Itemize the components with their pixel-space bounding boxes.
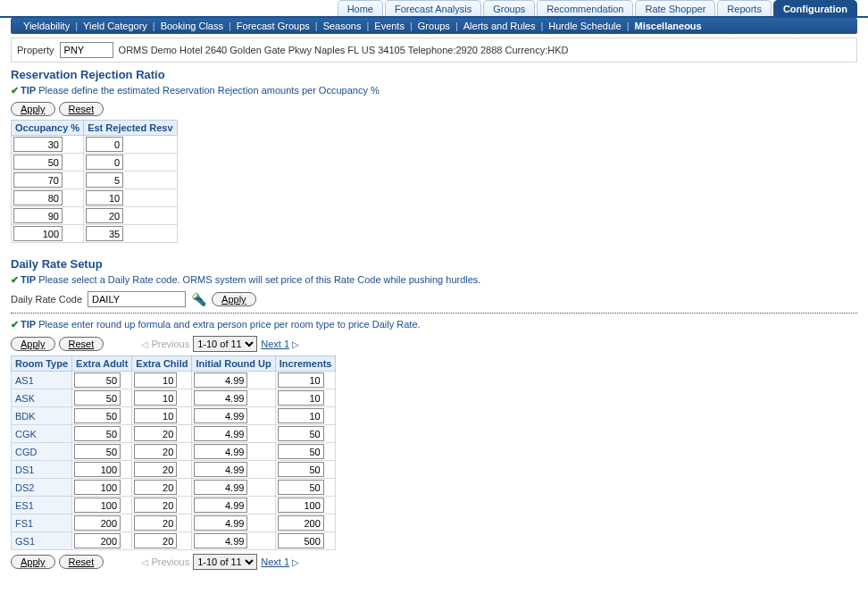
increments-input[interactable] bbox=[278, 444, 324, 459]
subnav-yield-category[interactable]: Yield Category bbox=[78, 21, 153, 31]
daily-rate-row: BDK bbox=[12, 407, 336, 425]
rate-code-input[interactable] bbox=[88, 291, 186, 307]
subnav-alerts-and-rules[interactable]: Alerts and Rules bbox=[458, 21, 541, 31]
extra-adult-input[interactable] bbox=[74, 408, 121, 423]
extra-adult-input[interactable] bbox=[74, 372, 121, 388]
extra-child-input[interactable] bbox=[134, 480, 177, 495]
extra-child-input[interactable] bbox=[134, 444, 177, 459]
extra-adult-input[interactable] bbox=[74, 444, 121, 459]
rate-code-apply-button[interactable]: Apply bbox=[212, 292, 256, 306]
subnav-yieldability[interactable]: Yieldability bbox=[18, 21, 75, 31]
increments-input[interactable] bbox=[278, 462, 324, 477]
subnav-hurdle-schedule[interactable]: Hurdle Schedule bbox=[543, 21, 626, 31]
extra-adult-input[interactable] bbox=[74, 462, 121, 477]
subnav-seasons[interactable]: Seasons bbox=[318, 21, 367, 31]
increments-input[interactable] bbox=[278, 498, 324, 513]
round-up-input[interactable] bbox=[194, 498, 247, 513]
daily-rate-row: FS1 bbox=[12, 515, 336, 532]
daily-rate-row: GS1 bbox=[12, 532, 336, 550]
extra-adult-input[interactable] bbox=[74, 426, 121, 441]
rejected-resv-input[interactable] bbox=[86, 172, 123, 188]
increments-input[interactable] bbox=[278, 390, 324, 406]
rejected-resv-input[interactable] bbox=[86, 208, 123, 223]
increments-input[interactable] bbox=[278, 426, 324, 441]
subnav-events[interactable]: Events bbox=[369, 21, 410, 31]
round-up-input[interactable] bbox=[194, 462, 247, 477]
round-up-input[interactable] bbox=[194, 480, 247, 495]
extra-adult-input[interactable] bbox=[74, 533, 121, 548]
increments-input[interactable] bbox=[278, 372, 324, 388]
extra-child-input[interactable] bbox=[134, 515, 177, 531]
tab-forecast-analysis[interactable]: Forecast Analysis bbox=[385, 0, 481, 16]
tab-rate-shopper[interactable]: Rate Shopper bbox=[635, 0, 715, 16]
round-up-input[interactable] bbox=[194, 390, 247, 406]
occupancy-input[interactable] bbox=[13, 155, 63, 170]
occupancy-input[interactable] bbox=[13, 190, 63, 205]
extra-child-input[interactable] bbox=[134, 462, 177, 477]
occupancy-input[interactable] bbox=[13, 137, 63, 152]
rejected-resv-input[interactable] bbox=[86, 190, 123, 205]
extra-child-input[interactable] bbox=[134, 498, 177, 513]
extra-adult-input[interactable] bbox=[74, 480, 121, 495]
pager-next-bottom[interactable]: Next 1▷ bbox=[261, 556, 299, 567]
round-up-input[interactable] bbox=[194, 372, 247, 388]
daily-reset-bottom-button[interactable]: Reset bbox=[59, 555, 104, 569]
extra-adult-input[interactable] bbox=[74, 390, 121, 406]
pager-range-top[interactable]: 1-10 of 11 bbox=[193, 336, 257, 352]
rejection-reset-button[interactable]: Reset bbox=[59, 102, 104, 116]
room-type-cell: ES1 bbox=[12, 497, 72, 515]
pager-range-bottom[interactable]: 1-10 of 11 bbox=[193, 554, 257, 570]
daily-apply-bottom-button[interactable]: Apply bbox=[11, 555, 55, 569]
rejection-row bbox=[12, 172, 178, 189]
extra-child-input[interactable] bbox=[134, 408, 177, 423]
room-type-cell: GS1 bbox=[12, 532, 72, 550]
rejection-row bbox=[12, 207, 178, 225]
round-up-input[interactable] bbox=[194, 515, 247, 531]
rejected-resv-input[interactable] bbox=[86, 155, 123, 170]
round-up-input[interactable] bbox=[194, 426, 247, 441]
subnav-miscellaneous[interactable]: Miscellaneous bbox=[630, 21, 707, 31]
rejection-row bbox=[12, 189, 178, 207]
increments-input[interactable] bbox=[278, 515, 324, 531]
occupancy-input[interactable] bbox=[13, 172, 63, 188]
rejection-col-rejected: Est Rejected Resv bbox=[84, 121, 177, 136]
daily-bottom-controls: Apply Reset ◁Previous 1-10 of 11 Next 1▷ bbox=[11, 554, 299, 570]
daily-reset-top-button[interactable]: Reset bbox=[59, 337, 104, 351]
extra-adult-input[interactable] bbox=[74, 515, 121, 531]
tab-reports[interactable]: Reports bbox=[717, 0, 772, 16]
daily-rate-row: CGD bbox=[12, 443, 336, 461]
lookup-icon[interactable]: 🔦 bbox=[191, 292, 206, 306]
subnav-booking-class[interactable]: Booking Class bbox=[155, 21, 229, 31]
rejection-apply-button[interactable]: Apply bbox=[11, 102, 55, 116]
tab-home[interactable]: Home bbox=[338, 0, 383, 16]
subnav-groups[interactable]: Groups bbox=[413, 21, 455, 31]
round-up-input[interactable] bbox=[194, 444, 247, 459]
property-code-input[interactable] bbox=[60, 42, 113, 58]
increments-input[interactable] bbox=[278, 480, 324, 495]
room-type-cell: DS2 bbox=[12, 479, 72, 497]
tab-groups[interactable]: Groups bbox=[483, 0, 535, 16]
round-up-input[interactable] bbox=[194, 408, 247, 423]
occupancy-input[interactable] bbox=[13, 208, 63, 223]
daily-tip2-text: Please enter round up formula and extra … bbox=[38, 319, 420, 330]
increments-input[interactable] bbox=[278, 408, 324, 423]
daily-apply-top-button[interactable]: Apply bbox=[11, 337, 55, 351]
rejected-resv-input[interactable] bbox=[86, 226, 123, 241]
rejected-resv-input[interactable] bbox=[86, 137, 123, 152]
occupancy-input[interactable] bbox=[13, 226, 63, 241]
extra-child-input[interactable] bbox=[134, 533, 177, 548]
increments-input[interactable] bbox=[278, 533, 324, 548]
divider bbox=[11, 313, 857, 314]
extra-child-input[interactable] bbox=[134, 390, 177, 406]
room-type-cell: FS1 bbox=[12, 515, 72, 532]
extra-adult-input[interactable] bbox=[74, 498, 121, 513]
property-desc: ORMS Demo Hotel 2640 Golden Gate Pkwy Na… bbox=[119, 45, 569, 55]
pager-next-top[interactable]: Next 1▷ bbox=[261, 339, 299, 349]
tab-recommendation[interactable]: Recommendation bbox=[537, 0, 633, 16]
round-up-input[interactable] bbox=[194, 533, 247, 548]
pager-prev-top: ◁Previous bbox=[141, 339, 189, 349]
tab-configuration[interactable]: Configuration bbox=[773, 0, 857, 16]
extra-child-input[interactable] bbox=[134, 372, 177, 388]
extra-child-input[interactable] bbox=[134, 426, 177, 441]
subnav-forecast-groups[interactable]: Forecast Groups bbox=[231, 21, 315, 31]
